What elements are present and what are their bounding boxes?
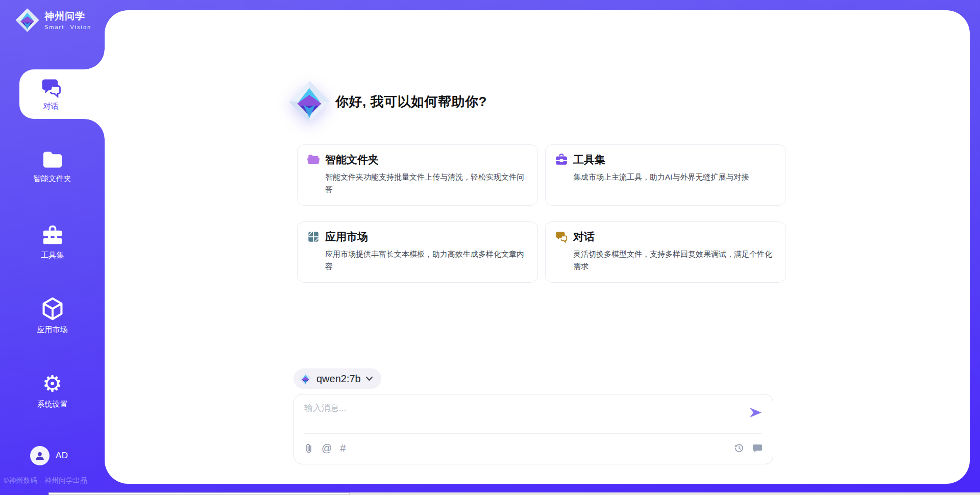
sidebar-item-label: 工具集 [41, 251, 64, 260]
model-selector[interactable]: qwen2:7b [293, 368, 381, 389]
folder-open-icon [307, 153, 320, 166]
user-account[interactable]: AD [30, 446, 68, 465]
grid-cube-icon [307, 230, 320, 243]
hash-icon[interactable]: # [340, 443, 346, 453]
user-initials: AD [56, 451, 68, 461]
card-description: 集成市场上主流工具，助力AI与外界无缝扩展与对接 [573, 171, 776, 183]
horizontal-scrollbar[interactable] [48, 492, 980, 495]
sidebar-item-smart-folder[interactable]: 智能文件夹 [0, 147, 105, 187]
logo-diamond-icon [15, 8, 39, 32]
gear-icon: ⚙ [42, 373, 62, 395]
avatar [30, 446, 50, 465]
toolbox-icon [41, 225, 64, 246]
input-toolbar: @ # [304, 438, 763, 458]
card-chat[interactable]: 对话 灵活切换多模型文件，支持多样回复效果调试，满足个性化需求 [545, 221, 786, 283]
sidebar-item-settings[interactable]: ⚙ 系统设置 [0, 371, 105, 411]
cube-icon [41, 297, 64, 320]
history-icon[interactable] [734, 443, 744, 453]
sidebar-item-label: 对话 [43, 102, 59, 111]
sidebar-item-label: 应用市场 [37, 325, 68, 335]
toolbox-icon [555, 153, 568, 166]
logo-diamond-icon [299, 373, 312, 385]
card-head: 应用市场 [307, 230, 528, 244]
copyright-text: ©神州数码 · 神州问学出品 [4, 476, 87, 485]
card-head: 对话 [555, 230, 776, 244]
folder-icon [41, 150, 64, 169]
input-divider [304, 433, 762, 434]
app-logo-diamond-icon [288, 81, 330, 122]
card-head: 工具集 [555, 153, 776, 167]
message-input[interactable] [294, 394, 773, 431]
card-title: 智能文件夹 [325, 153, 379, 167]
feature-cards: 智能文件夹 智能文件夹功能支持批量文件上传与清洗，轻松实现文件问答 工具集 集成… [297, 144, 786, 283]
chat-bubbles-icon [40, 78, 62, 98]
card-app-market[interactable]: 应用市场 应用市场提供丰富长文本模板，助力高效生成多样化文章内容 [297, 221, 538, 283]
message-input-box: @ # [293, 394, 773, 464]
paperclip-icon[interactable] [304, 443, 313, 453]
user-icon [34, 450, 45, 461]
comment-icon[interactable] [752, 443, 763, 453]
send-icon[interactable] [749, 406, 763, 419]
model-name: qwen2:7b [316, 373, 361, 385]
main-content-panel: 你好, 我可以如何帮助你? 智能文件夹 智能文件夹功能支持批量文件上传与清洗，轻… [105, 10, 970, 484]
card-head: 智能文件夹 [307, 153, 528, 167]
card-description: 灵活切换多模型文件，支持多样回复效果调试，满足个性化需求 [573, 248, 776, 273]
card-title: 对话 [573, 230, 595, 244]
brand-text: 神州问学 Smart Vision [44, 10, 91, 30]
brand-subtitle: Smart Vision [44, 24, 91, 30]
greeting-text: 你好, 我可以如何帮助你? [335, 93, 487, 111]
sidebar-nav: 对话 智能文件夹 工具集 应用市场 ⚙ 系统设置 [0, 0, 105, 495]
sidebar-item-label: 智能文件夹 [33, 174, 71, 184]
at-icon[interactable]: @ [322, 443, 332, 453]
sidebar-item-label: 系统设置 [37, 400, 68, 409]
card-smart-folder[interactable]: 智能文件夹 智能文件夹功能支持批量文件上传与清洗，轻松实现文件问答 [297, 144, 538, 206]
card-toolset[interactable]: 工具集 集成市场上主流工具，助力AI与外界无缝扩展与对接 [545, 144, 786, 206]
chevron-down-icon [365, 376, 373, 381]
brand-name: 神州问学 [44, 10, 91, 22]
scrollbar-thumb[interactable] [48, 492, 350, 495]
sidebar-item-app-market[interactable]: 应用市场 [0, 296, 105, 336]
card-title: 应用市场 [325, 230, 368, 244]
chat-bubbles-icon [555, 230, 568, 243]
card-description: 应用市场提供丰富长文本模板，助力高效生成多样化文章内容 [325, 248, 528, 273]
sidebar-item-toolset[interactable]: 工具集 [0, 222, 105, 262]
card-title: 工具集 [573, 153, 605, 167]
app-logo: 神州问学 Smart Vision [15, 8, 91, 32]
card-description: 智能文件夹功能支持批量文件上传与清洗，轻松实现文件问答 [325, 171, 528, 195]
greeting-row: 你好, 我可以如何帮助你? [288, 81, 487, 122]
sidebar-item-chat[interactable]: 对话 [19, 69, 105, 119]
